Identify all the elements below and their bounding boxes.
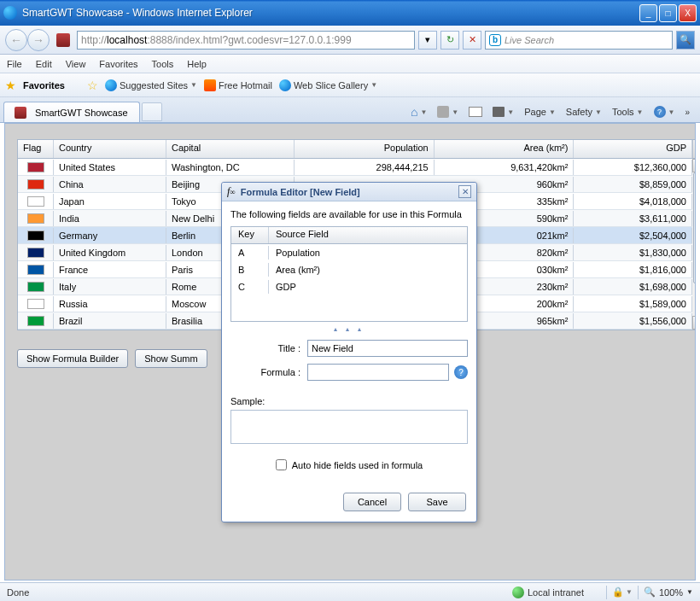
table-row[interactable]: United StatesWashington, DC298,444,2159,… — [18, 159, 696, 176]
cell-country: India — [54, 211, 166, 226]
title-input[interactable] — [307, 340, 468, 357]
suggested-sites-link[interactable]: Suggested Sites ▼ — [105, 79, 197, 91]
field-row[interactable]: BArea (km²) — [231, 261, 467, 278]
tab-bar: SmartGWT Showcase ⌂▼ ▼ ▼ Page▼ Safety▼ T… — [0, 97, 700, 123]
field-key: B — [231, 263, 269, 277]
formula-help-icon[interactable]: ? — [454, 365, 468, 379]
web-slice-gallery-link[interactable]: Web Slice Gallery ▼ — [279, 79, 377, 91]
site-icon — [56, 33, 70, 47]
zoom-control[interactable]: 🔍 100% ▼ — [644, 586, 693, 598]
home-button[interactable]: ⌂▼ — [411, 105, 427, 119]
col-area[interactable]: Area (km²) — [435, 140, 575, 158]
status-bar: Done Local intranet 🔒 ▼ 🔍 100% ▼ — [0, 582, 700, 601]
cell-gdp: $1,830,000 — [574, 245, 692, 260]
cell-gdp: $1,698,000 — [574, 279, 692, 295]
menu-favorites[interactable]: Favorites — [99, 59, 137, 69]
add-favorite-icon[interactable]: ☆ — [87, 79, 98, 92]
window-title: SmartGWT Showcase - Windows Internet Exp… — [22, 7, 639, 19]
menu-view[interactable]: View — [66, 59, 86, 69]
forward-button[interactable]: → — [27, 29, 50, 51]
home-icon: ⌂ — [411, 105, 417, 119]
fx-icon: f∞ — [227, 185, 236, 198]
stop-button[interactable]: ✕ — [463, 31, 481, 50]
save-button[interactable]: Save — [408, 493, 466, 511]
menu-file[interactable]: File — [7, 59, 22, 69]
free-hotmail-link[interactable]: Free Hotmail — [204, 79, 272, 91]
flag-icon — [27, 196, 44, 207]
protected-mode[interactable]: 🔒 ▼ — [612, 586, 633, 598]
page-menu[interactable]: Page▼ — [524, 107, 556, 117]
tab-active[interactable]: SmartGWT Showcase — [3, 102, 140, 122]
col-capital[interactable]: Capital — [166, 140, 295, 158]
read-mail-button[interactable] — [469, 107, 482, 117]
cell-area: 9,631,420km² — [435, 160, 575, 175]
feeds-button[interactable]: ▼ — [437, 106, 458, 118]
tools-menu[interactable]: Tools▼ — [612, 107, 644, 117]
scroll-thumb[interactable] — [693, 172, 696, 283]
show-summary-button[interactable]: Show Summ — [135, 349, 207, 368]
fields-col-source[interactable]: Source Field — [269, 227, 467, 243]
back-button[interactable]: ← — [5, 29, 27, 51]
dialog-close-button[interactable]: ✕ — [458, 185, 471, 198]
field-row[interactable]: APopulation — [231, 244, 467, 261]
address-dropdown[interactable]: ▾ — [418, 31, 437, 50]
favorites-bar: ★ Favorites ☆ Suggested Sites ▼ Free Hot… — [0, 73, 700, 97]
globe-icon — [512, 586, 524, 598]
dialog-title: Formula Editor [New Field] — [241, 187, 453, 197]
flag-icon — [27, 213, 44, 224]
field-key: A — [231, 246, 269, 260]
sample-output — [230, 410, 468, 444]
url-path: :8888/index.html?gwt.codesvr=127.0.0.1:9… — [147, 34, 351, 46]
col-country[interactable]: Country — [54, 140, 166, 158]
tab-label: SmartGWT Showcase — [35, 108, 128, 118]
autohide-label: Auto hide fields used in formula — [292, 460, 423, 470]
search-box[interactable]: b Live Search — [485, 31, 673, 50]
command-overflow[interactable]: » — [685, 108, 690, 117]
new-tab-button[interactable] — [142, 102, 162, 121]
window-minimize-button[interactable]: _ — [639, 4, 657, 22]
cell-gdp: $8,859,000 — [574, 177, 692, 192]
formula-editor-dialog: f∞ Formula Editor [New Field] ✕ The foll… — [221, 182, 477, 522]
help-button[interactable]: ?▼ — [654, 106, 675, 118]
col-gdp[interactable]: GDP — [574, 140, 692, 158]
cancel-button[interactable]: Cancel — [343, 493, 401, 511]
menu-help[interactable]: Help — [187, 59, 207, 69]
col-flag[interactable]: Flag — [18, 140, 54, 158]
dialog-titlebar[interactable]: f∞ Formula Editor [New Field] ✕ — [222, 183, 476, 201]
cell-country: Italy — [54, 279, 166, 295]
cell-gdp: $12,360,000 — [574, 160, 692, 175]
window-close-button[interactable]: X — [679, 4, 697, 22]
cell-country: Brazil — [54, 313, 166, 329]
cell-country: China — [54, 177, 166, 192]
command-bar: ⌂▼ ▼ ▼ Page▼ Safety▼ Tools▼ ?▼ » — [411, 105, 697, 122]
scroll-down-button[interactable]: ▼ — [692, 316, 696, 330]
address-bar[interactable]: http:// localhost :8888/index.html?gwt.c… — [77, 31, 415, 50]
fields-col-key[interactable]: Key — [231, 227, 269, 243]
menu-edit[interactable]: Edit — [36, 59, 52, 69]
formula-input[interactable] — [307, 364, 449, 381]
show-formula-builder-button[interactable]: Show Formula Builder — [17, 349, 128, 368]
flag-icon — [27, 248, 44, 258]
safety-menu[interactable]: Safety▼ — [566, 107, 602, 117]
refresh-button[interactable]: ↻ — [440, 31, 459, 50]
security-zone[interactable]: Local intranet — [512, 586, 584, 598]
cell-country: France — [54, 262, 166, 277]
print-button[interactable]: ▼ — [493, 107, 514, 117]
field-row[interactable]: CGDP — [231, 278, 467, 295]
flag-icon — [27, 316, 44, 326]
autohide-checkbox[interactable] — [276, 459, 287, 470]
resize-handle[interactable]: ▴ ▴ ▴ — [230, 325, 468, 333]
favorites-label[interactable]: Favorites — [23, 80, 65, 90]
field-key: C — [231, 280, 269, 294]
cell-population: 298,444,215 — [295, 160, 435, 175]
cell-gdp: $3,611,000 — [574, 211, 692, 226]
menu-tools[interactable]: Tools — [152, 59, 174, 69]
cell-gdp: $1,556,000 — [574, 313, 692, 329]
ie-icon — [3, 6, 17, 20]
favorites-star-icon[interactable]: ★ — [5, 79, 16, 92]
col-population[interactable]: Population — [295, 140, 435, 158]
window-maximize-button[interactable]: □ — [659, 4, 677, 22]
scroll-up-button[interactable]: ▲ — [692, 159, 696, 172]
search-button[interactable]: 🔍 — [676, 31, 695, 50]
grid-header: Flag Country Capital Population Area (km… — [18, 140, 696, 159]
